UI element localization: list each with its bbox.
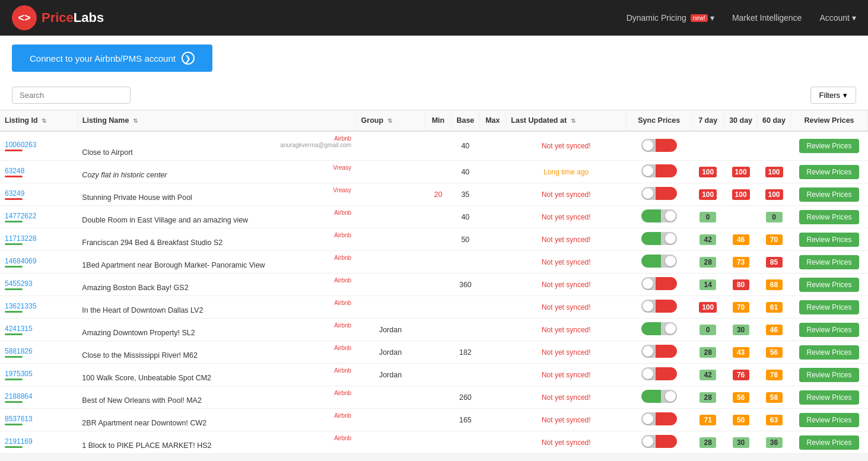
search-input[interactable] [12, 87, 131, 104]
base-cell: 260 [452, 386, 479, 409]
sync-toggle[interactable] [641, 300, 677, 313]
listing-id-link[interactable]: 14772622 [5, 212, 72, 220]
listing-title: Franciscan 294 Bed & Breakfast Studio S2 [82, 239, 351, 247]
sync-toggle-cell[interactable] [627, 409, 692, 431]
score-badge: 36 [766, 437, 783, 448]
listing-id-link[interactable]: 1975305 [5, 370, 72, 378]
review-prices-cell: Review Prices [791, 364, 868, 386]
listing-name-cell: Airbnb Franciscan 294 Bed & Breakfast St… [77, 228, 356, 251]
review-prices-button[interactable]: Review Prices [799, 210, 859, 224]
d60-cell: 56 [758, 341, 791, 364]
sync-toggle[interactable] [641, 412, 677, 425]
review-prices-button[interactable]: Review Prices [799, 233, 859, 247]
sync-toggle-cell[interactable] [627, 131, 692, 161]
listing-id-link[interactable]: 11713228 [5, 234, 72, 243]
base-cell: 40 [452, 131, 479, 161]
sync-toggle-cell[interactable] [627, 206, 692, 228]
sync-toggle-cell[interactable] [627, 364, 692, 386]
sync-toggle-cell[interactable] [627, 431, 692, 454]
review-prices-button[interactable]: Review Prices [799, 413, 859, 427]
sync-toggle[interactable] [641, 367, 677, 380]
review-prices-button[interactable]: Review Prices [799, 255, 859, 269]
review-prices-button[interactable]: Review Prices [799, 187, 859, 202]
listing-bar [5, 311, 23, 313]
sync-toggle-cell[interactable] [627, 274, 692, 296]
connect-airbnb-button[interactable]: Connect to your Airbnb/PMS account ❯ [12, 44, 212, 72]
score-badge: 68 [766, 279, 783, 290]
score-badge: 100 [732, 189, 750, 200]
review-prices-cell: Review Prices [791, 161, 868, 183]
sync-toggle-cell[interactable] [627, 341, 692, 364]
sync-toggle[interactable] [641, 255, 677, 268]
listing-source: Airbnb [82, 255, 351, 261]
review-prices-button[interactable]: Review Prices [799, 300, 859, 314]
sync-toggle-cell[interactable] [627, 183, 692, 206]
base-cell: 50 [452, 228, 479, 251]
review-prices-button[interactable]: Review Prices [799, 390, 859, 405]
listing-id-link[interactable]: 4241315 [5, 325, 72, 333]
d7-cell: 28 [692, 386, 724, 409]
listing-id-link[interactable]: 14684069 [5, 257, 72, 265]
review-prices-button[interactable]: Review Prices [799, 165, 859, 179]
score-badge: 56 [733, 392, 749, 403]
sync-toggle[interactable] [641, 139, 677, 152]
listing-id-link[interactable]: 8537613 [5, 415, 72, 423]
review-prices-button[interactable]: Review Prices [799, 139, 859, 153]
listing-id-link[interactable]: 2188864 [5, 392, 72, 400]
sync-toggle[interactable] [641, 187, 677, 200]
sync-toggle-cell[interactable] [627, 386, 692, 409]
listing-id-link[interactable]: 2191169 [5, 437, 72, 446]
review-prices-button[interactable]: Review Prices [799, 345, 859, 360]
sync-toggle-cell[interactable] [627, 319, 692, 341]
d7-cell: 0 [692, 206, 724, 228]
col-listing-name[interactable]: Listing Name ⇅ [77, 110, 356, 131]
sync-toggle[interactable] [641, 322, 677, 335]
listing-id-link[interactable]: 63248 [5, 167, 72, 175]
group-cell [356, 386, 425, 409]
review-prices-button[interactable]: Review Prices [799, 368, 859, 382]
listing-id-link[interactable]: 63249 [5, 189, 72, 198]
col-listing-id[interactable]: Listing Id ⇅ [0, 110, 77, 131]
toolbar: Filters ▾ [0, 81, 868, 110]
group-cell [356, 296, 425, 319]
listing-id-link[interactable]: 10060263 [5, 141, 72, 149]
last-updated-status: Not yet synced! [542, 213, 591, 221]
logo[interactable]: <> PriceLabs [12, 5, 104, 30]
filters-button[interactable]: Filters ▾ [810, 87, 856, 104]
nav-dynamic-pricing[interactable]: Dynamic Pricing new! ▾ [627, 13, 714, 23]
sync-toggle-cell[interactable] [627, 251, 692, 274]
group-cell [356, 206, 425, 228]
d7-cell: 28 [692, 431, 724, 454]
listing-id-link[interactable]: 5455293 [5, 279, 72, 288]
sync-toggle-cell[interactable] [627, 161, 692, 183]
review-prices-button[interactable]: Review Prices [799, 278, 859, 292]
sync-toggle[interactable] [641, 435, 677, 448]
max-cell [479, 206, 506, 228]
last-updated-cell: Not yet synced! [506, 386, 627, 409]
sync-toggle[interactable] [641, 345, 677, 358]
sync-toggle[interactable] [641, 277, 677, 290]
chevron-down-icon: ▾ [843, 91, 847, 100]
sync-toggle[interactable] [641, 232, 677, 245]
toggle-track [641, 232, 677, 245]
review-prices-button[interactable]: Review Prices [799, 435, 859, 450]
review-prices-button[interactable]: Review Prices [799, 323, 859, 337]
col-group[interactable]: Group ⇅ [356, 110, 425, 131]
sync-toggle[interactable] [641, 164, 677, 177]
base-cell [452, 431, 479, 454]
listing-id-link[interactable]: 13621335 [5, 302, 72, 310]
nav-market-intelligence[interactable]: Market Intelligence [732, 13, 802, 23]
toggle-knob [665, 256, 676, 266]
col-last-updated[interactable]: Last Updated at ⇅ [506, 110, 627, 131]
group-cell: Jordan [356, 364, 425, 386]
sync-toggle[interactable] [641, 209, 677, 222]
sync-toggle-cell[interactable] [627, 296, 692, 319]
sync-toggle-cell[interactable] [627, 228, 692, 251]
toggle-knob [643, 166, 653, 176]
d7-cell: 14 [692, 274, 724, 296]
listing-id-cell: 14772622 [0, 206, 77, 228]
listing-id-link[interactable]: 5881826 [5, 347, 72, 355]
sync-toggle[interactable] [641, 390, 677, 403]
nav-account[interactable]: Account ▾ [819, 13, 856, 23]
listing-name-cell: Airbnb Best of New Orleans with Pool! MA… [77, 386, 356, 409]
